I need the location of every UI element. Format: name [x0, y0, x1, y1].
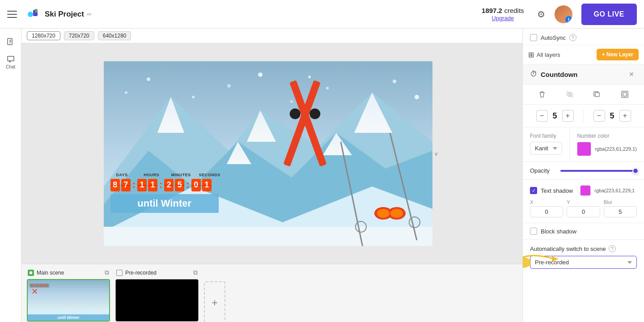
svg-marker-44 — [552, 256, 559, 262]
shadow-y-input[interactable] — [567, 206, 600, 217]
resolution-640-button[interactable]: 640x1280 — [98, 31, 131, 40]
countdown-widget: DAYS HOURS MINUTES SECONDS 8 7 : 1 — [110, 173, 219, 213]
main-scene-name: Main scene — [28, 270, 64, 276]
countdown-panel-title: Countdown — [541, 71, 577, 78]
svg-point-6 — [192, 96, 195, 98]
autosync-checkbox[interactable] — [530, 34, 537, 41]
minutes-digits: 2 5 — [164, 179, 184, 191]
visibility-icon[interactable] — [564, 88, 576, 101]
countdown-close-button[interactable]: × — [626, 69, 637, 80]
arrow-annotation — [522, 250, 568, 270]
seconds-ones: 1 — [202, 179, 212, 191]
pre-recorded-name: Pre-recorded — [116, 270, 157, 276]
go-live-button[interactable]: GO LIVE — [581, 4, 637, 25]
scroll-indicator[interactable]: ∨ — [432, 149, 440, 159]
countdown-header-left: ⏱ Countdown — [530, 70, 577, 78]
text-shadow-section: Text shadow rgba(223,61,229,1 X Y Blur — [523, 180, 644, 223]
font-family-select[interactable]: Kanit — [530, 142, 562, 155]
text-shadow-checkbox-row: Text shadow rgba(223,61,229,1 — [530, 185, 637, 196]
svg-rect-25 — [104, 227, 432, 246]
thumb-timer: 87:11:25:23 — [30, 284, 49, 288]
autosync-help-icon[interactable]: ? — [569, 34, 576, 41]
resolution-720-button[interactable]: 720x720 — [64, 31, 94, 40]
all-layers-button[interactable]: ⊞ All layers — [528, 51, 560, 59]
svg-point-9 — [393, 80, 396, 83]
credits-label: credits — [504, 7, 524, 14]
logo-icon — [27, 7, 41, 21]
new-layer-button[interactable]: + New Layer — [597, 49, 639, 60]
svg-point-13 — [415, 95, 419, 99]
right-panel: AutoSync ? ⊞ All layers + New Layer ⏱ Co… — [522, 29, 644, 322]
opacity-label: Opacity — [530, 167, 557, 174]
add-scene-button[interactable]: + — [204, 281, 225, 322]
counter-group-1: − 5 + — [530, 110, 580, 122]
opacity-thumb[interactable] — [632, 168, 639, 174]
main-scene-thumb-inner: ✕ 87:11:25:23 until Winter — [28, 280, 109, 321]
block-shadow-checkbox[interactable] — [530, 228, 537, 235]
text-shadow-label: Text shadow — [541, 187, 573, 194]
autosync-label: AutoSync — [541, 34, 566, 41]
credits-value: 1897.2 — [482, 7, 502, 14]
hours-tens: 1 — [137, 179, 147, 191]
minutes-label: MINUTES — [171, 173, 191, 177]
main-scene-icon — [28, 270, 34, 276]
user-avatar[interactable]: f — [555, 5, 572, 23]
svg-point-15 — [227, 84, 231, 88]
shadow-blur-input[interactable] — [604, 206, 637, 217]
counter2-minus-button[interactable]: − — [593, 110, 605, 122]
text-shadow-color-value: rgba(223,61,229,1 — [594, 188, 635, 193]
xyz-row: X Y Blur — [530, 199, 637, 217]
counter2-plus-button[interactable]: + — [619, 110, 631, 122]
number-color-row: rgba(223,61,229,1) — [577, 142, 637, 156]
menu-button[interactable] — [7, 7, 21, 21]
auto-switch-section: Automatically switch to scene ? Pre-reco… — [523, 240, 644, 274]
opacity-slider[interactable] — [560, 170, 637, 172]
number-color-swatch[interactable] — [577, 142, 591, 156]
pre-recorded-thumbnail[interactable] — [115, 279, 199, 322]
canvas[interactable]: DAYS HOURS MINUTES SECONDS 8 7 : 1 — [104, 61, 432, 246]
frame-icon[interactable] — [619, 88, 631, 101]
edit-icon[interactable]: ✏ — [87, 11, 92, 18]
text-shadow-checkbox[interactable] — [530, 187, 537, 194]
canvas-area: 1280x720 720x720 640x1280 — [21, 29, 522, 322]
pre-recorded-copy-icon[interactable]: ⧉ — [193, 269, 198, 276]
svg-point-38 — [390, 209, 403, 218]
text-shadow-swatch[interactable] — [580, 185, 591, 196]
main-scene-thumbnail[interactable]: ✕ 87:11:25:23 until Winter — [27, 279, 110, 322]
canvas-wrapper: DAYS HOURS MINUTES SECONDS 8 7 : 1 — [21, 43, 522, 264]
days-label: DAYS — [112, 173, 132, 177]
chat-button[interactable]: Chat — [3, 54, 19, 70]
shadow-y-group: Y — [567, 199, 600, 217]
project-name: Ski Project — [45, 10, 84, 19]
left-sidebar: Chat — [0, 29, 21, 322]
colon-2: : — [159, 179, 162, 191]
resolution-1280-button[interactable]: 1280x720 — [27, 31, 60, 40]
minutes-ones: 5 — [175, 179, 184, 191]
auto-switch-help-icon[interactable]: ? — [609, 245, 616, 252]
counter2-value: 5 — [607, 111, 618, 121]
block-shadow-label: Block shadow — [541, 228, 576, 235]
duplicate-icon[interactable] — [591, 88, 603, 101]
clock-icon: ⏱ — [530, 70, 537, 78]
sidebar-page-icon[interactable] — [3, 34, 19, 50]
seconds-label: SECONDS — [199, 173, 219, 177]
delete-icon[interactable] — [536, 88, 548, 101]
layers-icon: ⊞ — [528, 51, 534, 59]
seconds-digits: 0 1 — [191, 179, 212, 191]
svg-point-8 — [326, 87, 329, 89]
counter1-value: 5 — [550, 111, 560, 121]
shadow-blur-label: Blur — [604, 199, 637, 205]
countdown-panel-header: ⏱ Countdown × — [523, 64, 644, 85]
main-scene-copy-icon[interactable]: ⧉ — [105, 269, 109, 276]
shadow-x-input[interactable] — [530, 206, 563, 217]
counter1-minus-button[interactable]: − — [536, 110, 548, 122]
pre-recorded-card: Pre-recorded ⧉ — [115, 269, 199, 322]
font-family-label: Font family — [530, 133, 562, 139]
settings-icon[interactable]: ⚙ — [533, 6, 549, 22]
facebook-badge: f — [565, 16, 572, 23]
counter1-plus-button[interactable]: + — [562, 110, 574, 122]
scenes-bar: Main scene ⧉ ✕ 87:11:25:23 until Winter — [21, 264, 522, 322]
svg-point-45 — [522, 257, 531, 268]
upgrade-link[interactable]: Upgrade — [482, 15, 524, 21]
font-color-section: Font family Kanit Number color rgba(223,… — [523, 127, 644, 162]
